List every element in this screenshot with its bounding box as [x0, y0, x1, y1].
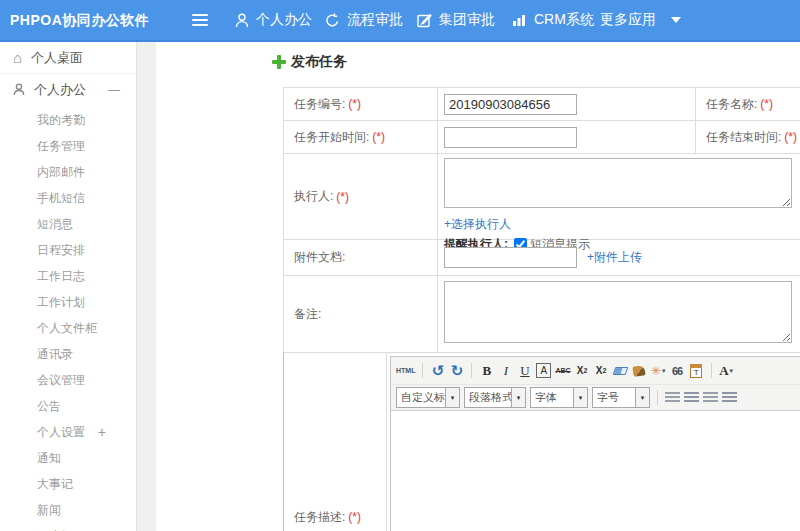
sidebar-item-sms[interactable]: 手机短信: [0, 185, 136, 211]
menu-toggle-button[interactable]: [192, 14, 208, 26]
main-content: 发布任务 任务编号:(*) 任务名称:(*) 任务开始时间:(*): [156, 42, 800, 531]
sidebar-item-label: 个人桌面: [31, 49, 83, 67]
sidebar-item-contacts[interactable]: 通讯录: [0, 341, 136, 367]
sidebar-submenu: 我的考勤 任务管理 内部邮件 手机短信 短消息 日程安排 工作日志 工作计划 个…: [0, 105, 136, 531]
sidebar-item-work-plan[interactable]: 工作计划: [0, 289, 136, 315]
toolbar-separator: [471, 363, 472, 378]
paragraph-format-select[interactable]: 段落格式 ▾: [464, 387, 526, 408]
editor-content-area[interactable]: [391, 411, 800, 531]
app-logo: PHPOA协同办公软件: [10, 0, 149, 40]
publish-task-form: 任务编号:(*) 任务名称:(*) 任务开始时间:(*): [283, 87, 800, 531]
edit-square-icon: [417, 13, 432, 28]
bold-button[interactable]: B: [479, 361, 494, 380]
attachment-label: 附件文档:: [284, 240, 438, 275]
home-icon: ⌂: [13, 50, 22, 65]
sidebar-item-big-events[interactable]: 大事记: [0, 471, 136, 497]
subscript-button[interactable]: X2: [594, 361, 609, 380]
sidebar-item-notice[interactable]: 通知: [0, 445, 136, 471]
italic-button[interactable]: I: [498, 361, 513, 380]
font-color-button[interactable]: A ▾: [719, 361, 734, 380]
source-code-button[interactable]: HTML: [396, 361, 415, 380]
end-time-label: 任务结束时间:(*): [696, 121, 800, 153]
sidebar-item-personal-settings[interactable]: 个人设置 +: [0, 419, 136, 445]
undo-button[interactable]: ↺: [430, 361, 445, 380]
blockquote-button[interactable]: 66: [670, 361, 685, 380]
paste-as-text-button[interactable]: T: [689, 361, 704, 380]
collapse-minus-icon[interactable]: —: [108, 83, 120, 97]
chevron-down-icon: ▾: [573, 388, 587, 407]
custom-title-select[interactable]: 自定义标题 ▾: [396, 387, 460, 408]
sidebar-item-attendance[interactable]: 我的考勤: [0, 107, 136, 133]
sidebar-item-news[interactable]: 新闻: [0, 497, 136, 523]
sidebar-gutter: [137, 42, 156, 531]
chevron-down-icon: ▾: [662, 367, 666, 375]
form-row-executor: 执行人:(*) +选择执行人 提醒执行人: 短消息提示: [283, 153, 800, 239]
text-style-button[interactable]: A: [536, 363, 551, 378]
underline-button[interactable]: U: [517, 361, 532, 380]
font-family-select[interactable]: 字体 ▾: [530, 387, 588, 408]
sidebar-item-meeting[interactable]: 会议管理: [0, 367, 136, 393]
toolbar-separator: [711, 363, 712, 378]
attachment-upload-link[interactable]: +附件上传: [587, 249, 642, 266]
strikethrough-button[interactable]: ABC: [555, 361, 570, 380]
sidebar-item-announcement[interactable]: 公告: [0, 393, 136, 419]
nav-label: 个人办公: [256, 11, 312, 29]
page-title: 发布任务: [272, 53, 347, 71]
toolbar-separator: [657, 390, 658, 405]
font-size-select[interactable]: 字号 ▾: [592, 387, 650, 408]
task-number-input[interactable]: [444, 94, 577, 115]
sidebar-item-work-log[interactable]: 工作日志: [0, 263, 136, 289]
nav-process-approval[interactable]: 流程审批: [325, 0, 403, 40]
sidebar-item-file-cabinet[interactable]: 个人文件柜: [0, 315, 136, 341]
task-name-label: 任务名称:(*): [696, 88, 800, 120]
nav-personal-office[interactable]: 个人办公: [235, 0, 312, 40]
quick-format-button[interactable]: ✳ ▾: [651, 361, 666, 380]
form-row-description: 任务描述:(*) HTML ↺ ↻ B I U A: [283, 352, 800, 531]
nav-group-approval[interactable]: 集团审批: [417, 0, 495, 40]
sidebar-item-schedule[interactable]: 日程安排: [0, 237, 136, 263]
start-time-label: 任务开始时间:(*): [284, 121, 438, 153]
page-title-text: 发布任务: [291, 53, 347, 71]
form-row-attachment: 附件文档: +附件上传: [283, 239, 800, 275]
remark-label: 备注:: [284, 276, 438, 352]
sidebar-item-survey[interactable]: 调查投票: [0, 523, 136, 531]
sidebar-item-short-message[interactable]: 短消息: [0, 211, 136, 237]
expand-plus-icon[interactable]: +: [98, 419, 106, 445]
form-row-task-number: 任务编号:(*) 任务名称:(*): [283, 87, 800, 120]
attachment-input[interactable]: [444, 247, 577, 268]
align-justify-button[interactable]: [722, 392, 737, 403]
redo-button[interactable]: ↻: [449, 361, 464, 380]
nav-label: 集团审批: [439, 11, 495, 29]
sidebar-item-personal-office[interactable]: 个人办公 —: [0, 74, 136, 105]
process-cycle-icon: [325, 13, 340, 28]
user-icon: [13, 83, 25, 96]
executor-textarea[interactable]: [444, 158, 792, 208]
chevron-down-icon: [671, 17, 681, 23]
remark-textarea[interactable]: [444, 281, 792, 343]
sidebar-item-internal-mail[interactable]: 内部邮件: [0, 159, 136, 185]
align-right-button[interactable]: [703, 392, 718, 403]
font-color-a-icon: A: [719, 363, 728, 379]
chevron-down-icon: ▾: [635, 388, 649, 407]
nav-label: CRM系统: [534, 11, 594, 29]
nav-more-apps[interactable]: 更多应用: [600, 0, 681, 40]
align-center-button[interactable]: [684, 392, 699, 403]
align-left-button[interactable]: [665, 392, 680, 403]
magic-wand-icon: ✳: [651, 364, 661, 378]
sidebar-item-task-management[interactable]: 任务管理: [0, 133, 136, 159]
nav-crm-system[interactable]: CRM系统: [512, 0, 594, 40]
chevron-down-icon: ▾: [511, 388, 525, 407]
start-time-input[interactable]: [444, 127, 577, 148]
brush-icon: [632, 365, 645, 377]
remove-format-button[interactable]: [613, 361, 628, 380]
task-number-label: 任务编号:(*): [284, 88, 438, 120]
form-row-remark: 备注:: [283, 275, 800, 352]
toolbar-separator: [422, 363, 423, 378]
choose-executor-link[interactable]: +选择执行人: [444, 217, 511, 231]
clipboard-icon: T: [690, 364, 702, 378]
bar-chart-icon: [512, 13, 527, 27]
sidebar-item-desktop[interactable]: ⌂ 个人桌面: [0, 42, 136, 74]
superscript-button[interactable]: X2: [575, 361, 590, 380]
sidebar-item-label: 个人设置: [37, 425, 85, 439]
clear-html-button[interactable]: [632, 361, 647, 380]
